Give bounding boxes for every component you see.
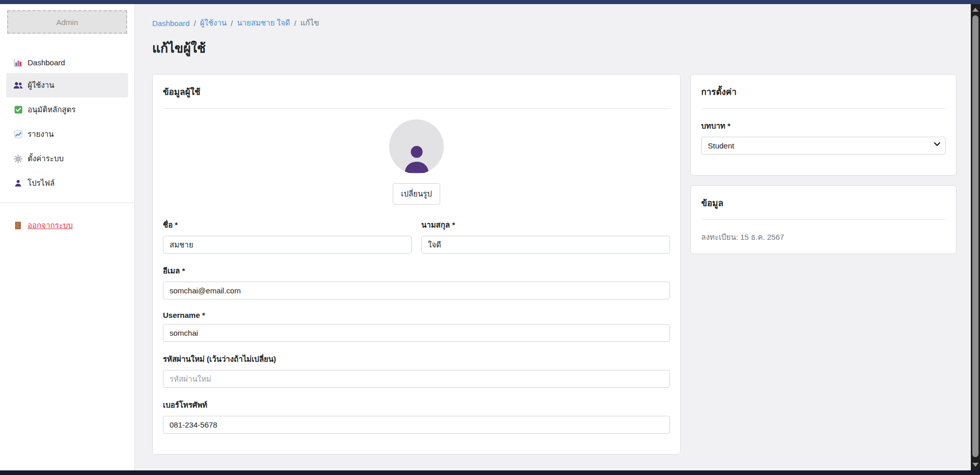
email-input[interactable]	[163, 282, 670, 299]
last-name-input[interactable]	[421, 236, 670, 254]
role-label: บทบาท *	[701, 120, 946, 132]
new-password-input[interactable]	[163, 370, 670, 388]
card-divider	[163, 108, 670, 109]
username-label: Username *	[163, 311, 670, 319]
breadcrumb-separator: /	[194, 19, 196, 28]
name-row: ชื่อ * นามสกุล *	[163, 219, 670, 254]
content-row: ข้อมูลผู้ใช้ เปลี่ยนรูป ชื่อ * นามสกุล *	[152, 74, 957, 455]
scrollbar-thumb[interactable]	[972, 15, 978, 457]
logout-label: ออกจากระบบ	[28, 219, 73, 232]
first-name-group: ชื่อ *	[163, 219, 412, 254]
sidebar-item-label: Dashboard	[28, 58, 65, 67]
brand-label: Admin	[56, 18, 78, 27]
card-divider	[701, 219, 946, 220]
breadcrumb-separator: /	[294, 19, 296, 28]
chart-up-icon	[13, 130, 23, 139]
person-silhouette-icon	[402, 142, 432, 174]
sidebar-item-label: โปรไฟล์	[28, 177, 55, 189]
sidebar-item-profile[interactable]: โปรไฟล์	[6, 171, 128, 195]
change-photo-button[interactable]: เปลี่ยนรูป	[393, 183, 440, 205]
info-card: ข้อมูล ลงทะเบียน: 15 ธ.ค. 2567	[690, 185, 957, 254]
info-card-title: ข้อมูล	[701, 196, 946, 210]
breadcrumb-link-user-name[interactable]: นายสมชาย ใจดี	[237, 17, 290, 29]
avatar-section: เปลี่ยนรูป	[163, 119, 670, 205]
phone-input[interactable]	[163, 416, 670, 434]
users-icon	[13, 81, 23, 90]
person-icon	[13, 179, 23, 188]
username-input[interactable]	[163, 324, 670, 342]
sidebar-item-label: ผู้ใช้งาน	[28, 79, 54, 91]
email-group: อีเมล *	[163, 265, 670, 299]
top-accent-bar	[0, 0, 980, 4]
sidebar-item-label: รายงาน	[28, 128, 54, 140]
phone-label: เบอร์โทรศัพท์	[163, 399, 670, 411]
gear-icon	[13, 155, 23, 163]
card-divider	[701, 108, 946, 109]
last-name-label: นามสกุล *	[421, 219, 670, 231]
role-select[interactable]: Student	[701, 137, 946, 155]
sidebar-item-label: อนุมัติหลักสูตร	[28, 104, 76, 116]
email-label: อีเมล *	[163, 265, 670, 277]
password-group: รหัสผ่านใหม่ (เว้นว่างถ้าไม่เปลี่ยน)	[163, 353, 670, 388]
sidebar-item-label: ตั้งค่าระบบ	[28, 153, 64, 165]
registered-date-text: ลงทะเบียน: 15 ธ.ค. 2567	[701, 231, 946, 243]
scrollbar[interactable]	[971, 4, 980, 470]
sidebar-item-system-settings[interactable]: ตั้งค่าระบบ	[6, 146, 128, 171]
last-name-group: นามสกุล *	[421, 219, 670, 254]
first-name-input[interactable]	[163, 236, 412, 254]
role-select-wrap: Student	[701, 137, 946, 155]
logout-link[interactable]: ออกจากระบบ	[6, 216, 128, 235]
settings-card: การตั้งค่า บทบาท * Student	[690, 74, 957, 176]
scrollbar-down-arrow[interactable]	[971, 460, 980, 469]
right-column: การตั้งค่า บทบาท * Student ข้อมูล	[690, 74, 957, 254]
settings-card-title: การตั้งค่า	[701, 85, 946, 98]
breadcrumb-link-users[interactable]: ผู้ใช้งาน	[200, 17, 227, 29]
page-title: แก้ไขผู้ใช้	[152, 38, 957, 58]
breadcrumb-separator: /	[231, 19, 233, 28]
role-group: บทบาท * Student	[701, 120, 946, 155]
username-group: Username *	[163, 311, 670, 342]
user-info-card: ข้อมูลผู้ใช้ เปลี่ยนรูป ชื่อ * นามสกุล *	[152, 74, 681, 455]
user-info-card-title: ข้อมูลผู้ใช้	[163, 85, 670, 98]
sidebar-item-users[interactable]: ผู้ใช้งาน	[6, 73, 128, 97]
sidebar-item-dashboard[interactable]: Dashboard	[6, 52, 128, 73]
main-content: Dashboard / ผู้ใช้งาน / นายสมชาย ใจดี / …	[135, 4, 971, 470]
check-icon	[13, 106, 23, 114]
sidebar-item-reports[interactable]: รายงาน	[6, 122, 128, 146]
sidebar: Admin Dashboard ผู้ใช้งาน อนุมัติหลักสูต…	[0, 4, 135, 470]
breadcrumb-current: แก้ไข	[300, 17, 319, 29]
sidebar-divider	[0, 203, 134, 203]
sidebar-item-course-approval[interactable]: อนุมัติหลักสูตร	[6, 97, 128, 122]
door-icon	[13, 221, 23, 230]
password-label: รหัสผ่านใหม่ (เว้นว่างถ้าไม่เปลี่ยน)	[163, 353, 670, 365]
scrollbar-up-arrow[interactable]	[971, 5, 980, 14]
phone-group: เบอร์โทรศัพท์	[163, 399, 670, 434]
avatar	[389, 119, 444, 174]
breadcrumb-link-dashboard[interactable]: Dashboard	[152, 19, 189, 28]
first-name-label: ชื่อ *	[163, 219, 412, 231]
breadcrumb: Dashboard / ผู้ใช้งาน / นายสมชาย ใจดี / …	[152, 17, 957, 29]
bar-chart-icon	[13, 58, 23, 67]
brand-placeholder: Admin	[7, 10, 127, 34]
sidebar-nav: Dashboard ผู้ใช้งาน อนุมัติหลักสูตร รายง…	[0, 52, 134, 195]
bottom-bar	[0, 470, 980, 475]
